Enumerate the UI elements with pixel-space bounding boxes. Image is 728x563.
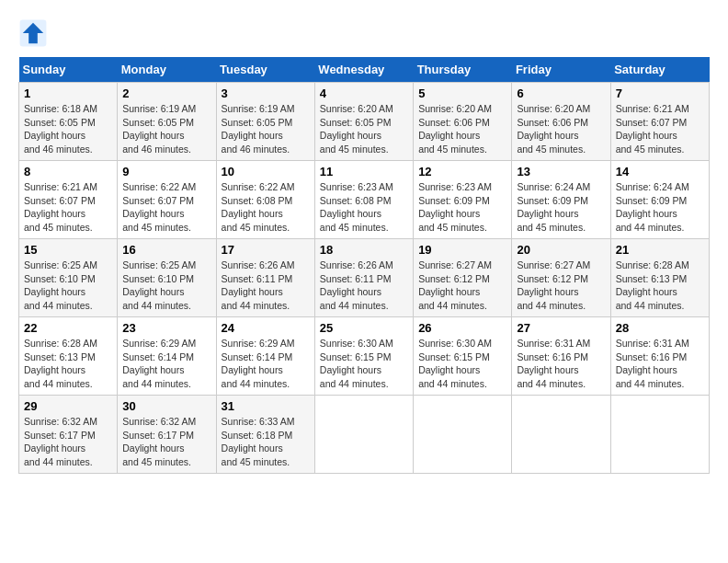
header-day-wednesday: Wednesday bbox=[314, 57, 413, 83]
day-number: 6 bbox=[517, 86, 605, 100]
page-header bbox=[18, 18, 710, 48]
day-cell bbox=[512, 396, 610, 474]
day-number: 30 bbox=[122, 399, 210, 413]
day-cell: 10 Sunrise: 6:22 AM Sunset: 6:08 PM Dayl… bbox=[216, 161, 314, 239]
day-number: 3 bbox=[222, 86, 310, 100]
day-cell: 8 Sunrise: 6:21 AM Sunset: 6:07 PM Dayli… bbox=[19, 161, 118, 239]
day-detail: Sunrise: 6:21 AM Sunset: 6:07 PM Dayligh… bbox=[24, 180, 112, 235]
day-detail: Sunrise: 6:19 AM Sunset: 6:05 PM Dayligh… bbox=[222, 102, 310, 156]
day-cell: 9 Sunrise: 6:22 AM Sunset: 6:07 PM Dayli… bbox=[118, 161, 216, 239]
day-detail: Sunrise: 6:27 AM Sunset: 6:12 PM Dayligh… bbox=[517, 259, 605, 313]
day-cell: 22 Sunrise: 6:28 AM Sunset: 6:13 PM Dayl… bbox=[19, 317, 118, 396]
logo-icon bbox=[18, 18, 48, 48]
day-number: 31 bbox=[222, 399, 310, 413]
day-number: 29 bbox=[24, 399, 112, 413]
calendar-table: SundayMondayTuesdayWednesdayThursdayFrid… bbox=[18, 57, 710, 474]
day-number: 28 bbox=[616, 321, 704, 335]
day-detail: Sunrise: 6:29 AM Sunset: 6:14 PM Dayligh… bbox=[122, 337, 210, 391]
day-detail: Sunrise: 6:30 AM Sunset: 6:15 PM Dayligh… bbox=[320, 337, 408, 391]
day-cell: 24 Sunrise: 6:29 AM Sunset: 6:14 PM Dayl… bbox=[216, 317, 314, 396]
day-detail: Sunrise: 6:22 AM Sunset: 6:07 PM Dayligh… bbox=[122, 180, 210, 235]
day-cell: 17 Sunrise: 6:26 AM Sunset: 6:11 PM Dayl… bbox=[216, 239, 314, 317]
day-number: 1 bbox=[24, 86, 112, 100]
day-cell: 27 Sunrise: 6:31 AM Sunset: 6:16 PM Dayl… bbox=[512, 317, 610, 396]
day-cell: 4 Sunrise: 6:20 AM Sunset: 6:05 PM Dayli… bbox=[314, 83, 413, 161]
day-detail: Sunrise: 6:20 AM Sunset: 6:05 PM Dayligh… bbox=[320, 102, 408, 156]
day-number: 18 bbox=[320, 243, 408, 257]
day-number: 24 bbox=[222, 321, 310, 335]
day-cell: 30 Sunrise: 6:32 AM Sunset: 6:17 PM Dayl… bbox=[118, 396, 216, 474]
day-detail: Sunrise: 6:23 AM Sunset: 6:08 PM Dayligh… bbox=[320, 180, 408, 235]
day-detail: Sunrise: 6:28 AM Sunset: 6:13 PM Dayligh… bbox=[616, 259, 704, 313]
day-detail: Sunrise: 6:27 AM Sunset: 6:12 PM Dayligh… bbox=[418, 259, 506, 313]
day-cell: 3 Sunrise: 6:19 AM Sunset: 6:05 PM Dayli… bbox=[216, 83, 314, 161]
header-day-sunday: Sunday bbox=[19, 57, 118, 83]
day-number: 20 bbox=[517, 243, 605, 257]
logo bbox=[18, 18, 51, 48]
day-number: 25 bbox=[320, 321, 408, 335]
day-number: 27 bbox=[517, 321, 605, 335]
day-detail: Sunrise: 6:25 AM Sunset: 6:10 PM Dayligh… bbox=[122, 259, 210, 313]
day-cell bbox=[314, 396, 413, 474]
day-cell: 31 Sunrise: 6:33 AM Sunset: 6:18 PM Dayl… bbox=[216, 396, 314, 474]
day-detail: Sunrise: 6:32 AM Sunset: 6:17 PM Dayligh… bbox=[122, 415, 210, 469]
day-number: 11 bbox=[320, 165, 408, 178]
day-cell: 19 Sunrise: 6:27 AM Sunset: 6:12 PM Dayl… bbox=[414, 239, 512, 317]
day-number: 14 bbox=[616, 165, 704, 178]
day-cell: 2 Sunrise: 6:19 AM Sunset: 6:05 PM Dayli… bbox=[118, 83, 216, 161]
day-number: 26 bbox=[418, 321, 506, 335]
day-number: 22 bbox=[24, 321, 112, 335]
day-cell: 13 Sunrise: 6:24 AM Sunset: 6:09 PM Dayl… bbox=[512, 161, 610, 239]
header-row: SundayMondayTuesdayWednesdayThursdayFrid… bbox=[19, 57, 710, 83]
day-detail: Sunrise: 6:18 AM Sunset: 6:05 PM Dayligh… bbox=[24, 102, 112, 156]
day-number: 9 bbox=[122, 165, 210, 178]
week-row-3: 15 Sunrise: 6:25 AM Sunset: 6:10 PM Dayl… bbox=[19, 239, 710, 317]
day-number: 16 bbox=[122, 243, 210, 257]
day-detail: Sunrise: 6:29 AM Sunset: 6:14 PM Dayligh… bbox=[222, 337, 310, 391]
week-row-2: 8 Sunrise: 6:21 AM Sunset: 6:07 PM Dayli… bbox=[19, 161, 710, 239]
header-day-friday: Friday bbox=[512, 57, 610, 83]
day-detail: Sunrise: 6:32 AM Sunset: 6:17 PM Dayligh… bbox=[24, 415, 112, 469]
day-number: 17 bbox=[222, 243, 310, 257]
day-cell: 18 Sunrise: 6:26 AM Sunset: 6:11 PM Dayl… bbox=[314, 239, 413, 317]
day-detail: Sunrise: 6:21 AM Sunset: 6:07 PM Dayligh… bbox=[616, 102, 704, 156]
day-detail: Sunrise: 6:25 AM Sunset: 6:10 PM Dayligh… bbox=[24, 259, 112, 313]
day-detail: Sunrise: 6:26 AM Sunset: 6:11 PM Dayligh… bbox=[222, 259, 310, 313]
day-detail: Sunrise: 6:19 AM Sunset: 6:05 PM Dayligh… bbox=[122, 102, 210, 156]
day-cell: 1 Sunrise: 6:18 AM Sunset: 6:05 PM Dayli… bbox=[19, 83, 118, 161]
day-cell: 6 Sunrise: 6:20 AM Sunset: 6:06 PM Dayli… bbox=[512, 83, 610, 161]
day-cell bbox=[414, 396, 512, 474]
week-row-1: 1 Sunrise: 6:18 AM Sunset: 6:05 PM Dayli… bbox=[19, 83, 710, 161]
day-cell: 7 Sunrise: 6:21 AM Sunset: 6:07 PM Dayli… bbox=[610, 83, 709, 161]
header-day-thursday: Thursday bbox=[414, 57, 512, 83]
week-row-5: 29 Sunrise: 6:32 AM Sunset: 6:17 PM Dayl… bbox=[19, 396, 710, 474]
day-number: 15 bbox=[24, 243, 112, 257]
day-number: 8 bbox=[24, 165, 112, 178]
day-number: 10 bbox=[222, 165, 310, 178]
day-cell: 5 Sunrise: 6:20 AM Sunset: 6:06 PM Dayli… bbox=[414, 83, 512, 161]
day-number: 13 bbox=[517, 165, 605, 178]
day-cell: 23 Sunrise: 6:29 AM Sunset: 6:14 PM Dayl… bbox=[118, 317, 216, 396]
day-detail: Sunrise: 6:20 AM Sunset: 6:06 PM Dayligh… bbox=[517, 102, 605, 156]
day-detail: Sunrise: 6:31 AM Sunset: 6:16 PM Dayligh… bbox=[616, 337, 704, 391]
header-day-saturday: Saturday bbox=[610, 57, 709, 83]
week-row-4: 22 Sunrise: 6:28 AM Sunset: 6:13 PM Dayl… bbox=[19, 317, 710, 396]
day-detail: Sunrise: 6:28 AM Sunset: 6:13 PM Dayligh… bbox=[24, 337, 112, 391]
day-detail: Sunrise: 6:26 AM Sunset: 6:11 PM Dayligh… bbox=[320, 259, 408, 313]
day-detail: Sunrise: 6:23 AM Sunset: 6:09 PM Dayligh… bbox=[418, 180, 506, 235]
header-day-monday: Monday bbox=[118, 57, 216, 83]
day-cell: 20 Sunrise: 6:27 AM Sunset: 6:12 PM Dayl… bbox=[512, 239, 610, 317]
day-detail: Sunrise: 6:20 AM Sunset: 6:06 PM Dayligh… bbox=[418, 102, 506, 156]
day-cell: 11 Sunrise: 6:23 AM Sunset: 6:08 PM Dayl… bbox=[314, 161, 413, 239]
day-number: 21 bbox=[616, 243, 704, 257]
day-number: 4 bbox=[320, 86, 408, 100]
day-number: 7 bbox=[616, 86, 704, 100]
day-detail: Sunrise: 6:31 AM Sunset: 6:16 PM Dayligh… bbox=[517, 337, 605, 391]
day-detail: Sunrise: 6:22 AM Sunset: 6:08 PM Dayligh… bbox=[222, 180, 310, 235]
day-detail: Sunrise: 6:30 AM Sunset: 6:15 PM Dayligh… bbox=[418, 337, 506, 391]
day-cell bbox=[610, 396, 709, 474]
day-cell: 28 Sunrise: 6:31 AM Sunset: 6:16 PM Dayl… bbox=[610, 317, 709, 396]
day-number: 19 bbox=[418, 243, 506, 257]
day-cell: 26 Sunrise: 6:30 AM Sunset: 6:15 PM Dayl… bbox=[414, 317, 512, 396]
day-detail: Sunrise: 6:24 AM Sunset: 6:09 PM Dayligh… bbox=[616, 180, 704, 235]
